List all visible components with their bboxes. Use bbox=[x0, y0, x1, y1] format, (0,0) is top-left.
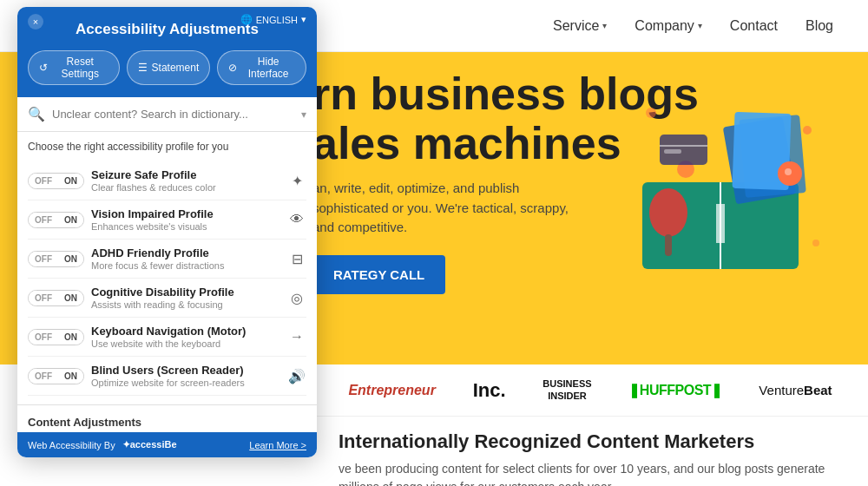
hide-interface-button[interactable]: ⊘ Hide Interface bbox=[217, 50, 306, 85]
recognized-section: Internationally Recognized Content Marke… bbox=[312, 417, 868, 486]
nav-items: Service ▾ Company ▾ Contact Blog bbox=[553, 18, 833, 34]
seizure-on[interactable]: ON bbox=[58, 174, 83, 188]
cognitive-name: Cognitive Disability Profile bbox=[91, 286, 280, 299]
seizure-toggle[interactable]: OFF ON bbox=[28, 173, 84, 189]
search-chevron-icon: ▾ bbox=[301, 108, 306, 121]
nav-blog-label: Blog bbox=[806, 18, 833, 34]
blind-off[interactable]: OFF bbox=[29, 369, 58, 384]
logos-section: Entrepreneur Inc. BUSINESSINSIDER ❚HUFFP… bbox=[312, 364, 868, 417]
blind-icon: 🔊 bbox=[287, 368, 306, 384]
blind-users-profile-row: OFF ON Blind Users (Screen Reader) Optim… bbox=[28, 357, 306, 396]
reset-settings-button[interactable]: ↺ Reset Settings bbox=[28, 50, 120, 85]
learn-more-link[interactable]: Learn More > bbox=[249, 440, 306, 450]
dictionary-search[interactable]: 🔍 ▾ bbox=[17, 97, 317, 132]
accessibility-panel: × 🌐 ENGLISH ▾ Accessibility Adjustments … bbox=[17, 7, 317, 457]
venturebeat-logo: VentureBeat bbox=[759, 383, 832, 397]
cognitive-off[interactable]: OFF bbox=[29, 291, 58, 305]
svg-point-16 bbox=[812, 240, 819, 246]
nav-service[interactable]: Service ▾ bbox=[553, 18, 607, 34]
cognitive-on[interactable]: ON bbox=[58, 291, 83, 305]
close-icon: × bbox=[33, 16, 38, 27]
svg-rect-10 bbox=[665, 234, 672, 256]
cognitive-desc: Assists with reading & focusing bbox=[91, 299, 280, 310]
nav-contact-label: Contact bbox=[730, 18, 778, 34]
recognized-text: ve been producing content for select cli… bbox=[339, 460, 842, 486]
vision-desc: Enhances website's visuals bbox=[91, 221, 280, 232]
vision-off[interactable]: OFF bbox=[29, 213, 58, 227]
nav-service-label: Service bbox=[553, 18, 599, 34]
keyboard-off[interactable]: OFF bbox=[29, 330, 58, 345]
panel-header: × 🌐 ENGLISH ▾ Accessibility Adjustments bbox=[17, 7, 317, 50]
panel-body: Choose the right accessibility profile f… bbox=[17, 132, 317, 404]
seizure-info: Seizure Safe Profile Clear flashes & red… bbox=[91, 168, 280, 193]
venturebeat-logo-text: VentureBeat bbox=[759, 383, 832, 397]
svg-point-14 bbox=[803, 126, 812, 135]
hide-icon: ⊘ bbox=[228, 62, 237, 74]
nav-company[interactable]: Company ▾ bbox=[635, 18, 701, 34]
cognitive-toggle[interactable]: OFF ON bbox=[28, 290, 84, 306]
keyboard-desc: Use website with the keyboard bbox=[91, 338, 280, 349]
svg-point-9 bbox=[649, 188, 687, 237]
vision-info: Vision Impaired Profile Enhances website… bbox=[91, 207, 280, 232]
business-insider-logo: BUSINESSINSIDER bbox=[542, 378, 591, 401]
hero-description-text: an, write, edit, optimize, and publish s… bbox=[312, 181, 569, 234]
vision-toggle[interactable]: OFF ON bbox=[28, 212, 84, 228]
svg-point-15 bbox=[646, 108, 656, 118]
entrepreneur-logo: Entrepreneur bbox=[348, 383, 435, 398]
adhd-info: ADHD Friendly Profile More focus & fewer… bbox=[91, 246, 280, 271]
cognitive-profile-row: OFF ON Cognitive Disability Profile Assi… bbox=[28, 279, 306, 318]
blind-toggle[interactable]: OFF ON bbox=[28, 368, 84, 384]
vision-name: Vision Impaired Profile bbox=[91, 207, 280, 220]
nav-company-label: Company bbox=[635, 18, 694, 34]
adhd-profile-row: OFF ON ADHD Friendly Profile More focus … bbox=[28, 240, 306, 279]
vision-impaired-profile-row: OFF ON Vision Impaired Profile Enhances … bbox=[28, 200, 306, 240]
footer-brand: Web Accessibility By ✦accessiBe bbox=[28, 439, 177, 450]
statement-button[interactable]: ☰ Statement bbox=[127, 50, 211, 85]
keyboard-info: Keyboard Navigation (Motor) Use website … bbox=[91, 325, 280, 349]
nav-blog[interactable]: Blog bbox=[806, 18, 833, 34]
adhd-on[interactable]: ON bbox=[58, 252, 83, 266]
content-adjustments-heading: Content Adjustments bbox=[17, 404, 317, 432]
hero-subtitle: an, write, edit, optimize, and publish s… bbox=[312, 179, 590, 238]
keyboard-name: Keyboard Navigation (Motor) bbox=[91, 325, 280, 338]
statement-icon: ☰ bbox=[138, 62, 148, 74]
adhd-name: ADHD Friendly Profile bbox=[91, 246, 280, 259]
svg-rect-13 bbox=[664, 149, 681, 154]
keyboard-on[interactable]: ON bbox=[58, 330, 83, 345]
adhd-icon: ⊟ bbox=[287, 251, 306, 267]
hero-cta-button[interactable]: RATEGY CALL bbox=[312, 255, 445, 294]
vision-on[interactable]: ON bbox=[58, 213, 83, 227]
footer-brand-text: Web Accessibility By bbox=[28, 440, 115, 450]
flag-icon: 🌐 bbox=[240, 14, 253, 25]
adhd-desc: More focus & fewer distractions bbox=[91, 260, 280, 271]
keyboard-toggle[interactable]: OFF ON bbox=[28, 329, 84, 345]
search-input[interactable] bbox=[52, 108, 294, 121]
seizure-off[interactable]: OFF bbox=[29, 174, 58, 188]
blind-on[interactable]: ON bbox=[58, 369, 83, 384]
svg-point-7 bbox=[785, 168, 792, 175]
entrepreneur-logo-text: Entrepreneur bbox=[348, 383, 435, 397]
cognitive-info: Cognitive Disability Profile Assists wit… bbox=[91, 286, 280, 310]
learn-more-label: Learn More > bbox=[249, 440, 306, 450]
keyboard-nav-profile-row: OFF ON Keyboard Navigation (Motor) Use w… bbox=[28, 318, 306, 357]
huffpost-logo-text: ❚HUFFPOST❚ bbox=[628, 383, 721, 397]
lang-label: ENGLISH bbox=[256, 15, 298, 25]
seizure-icon: ✦ bbox=[287, 173, 306, 189]
panel-close-button[interactable]: × bbox=[28, 14, 43, 30]
blind-info: Blind Users (Screen Reader) Optimize web… bbox=[91, 364, 280, 388]
blind-desc: Optimize website for screen-readers bbox=[91, 378, 280, 388]
seizure-name: Seizure Safe Profile bbox=[91, 168, 280, 181]
svg-rect-2 bbox=[716, 204, 725, 243]
svg-rect-17 bbox=[812, 200, 819, 207]
seizure-safe-profile-row: OFF ON Seizure Safe Profile Clear flashe… bbox=[28, 161, 306, 200]
language-selector[interactable]: 🌐 ENGLISH ▾ bbox=[240, 14, 306, 25]
adhd-toggle[interactable]: OFF ON bbox=[28, 251, 84, 267]
seizure-desc: Clear flashes & reduces color bbox=[91, 182, 280, 193]
keyboard-icon: → bbox=[287, 329, 306, 345]
adhd-off[interactable]: OFF bbox=[29, 252, 58, 266]
lang-chevron-icon: ▾ bbox=[301, 14, 306, 25]
inc-logo: Inc. bbox=[473, 379, 506, 402]
profile-heading: Choose the right accessibility profile f… bbox=[28, 141, 306, 153]
recognized-title: Internationally Recognized Content Marke… bbox=[339, 430, 842, 453]
nav-contact[interactable]: Contact bbox=[730, 18, 778, 34]
